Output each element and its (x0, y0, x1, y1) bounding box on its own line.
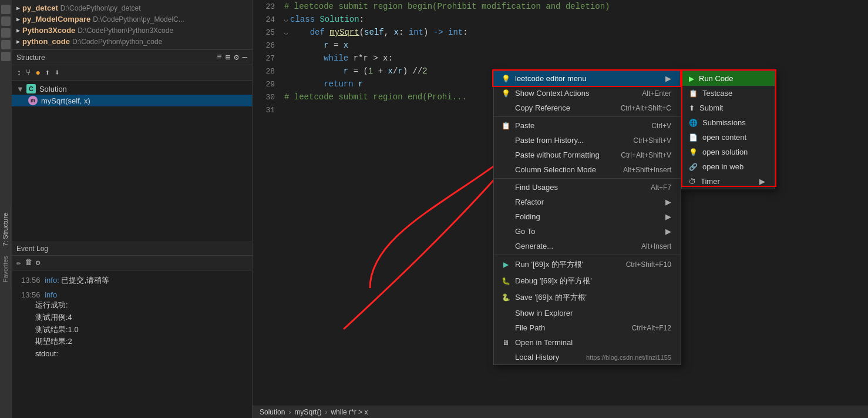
breadcrumb-mysqrt[interactable]: mySqrt() (294, 408, 321, 416)
menu-item-paste-history[interactable]: Paste from History... Ctrl+Shift+V (494, 133, 681, 148)
menu-item-find-usages[interactable]: Find Usages Alt+F7 (494, 180, 681, 195)
vtab-structure[interactable]: 7: Structure (1, 208, 10, 251)
file-item-py-modelcompare[interactable]: ▶ py_ModelCompare D:\CodePython\py_Model… (12, 14, 252, 25)
menu-icon-open-terminal: 🖥 (501, 339, 510, 347)
sidebar: ▶ py_detcet D:\CodePython\py_detcet ▶ py… (12, 0, 253, 418)
submenu-item-run-code[interactable]: ▶ Run Code (682, 71, 775, 86)
event-log-delete-icon[interactable]: 🗑 (25, 258, 32, 267)
submenu-item-timer[interactable]: ⏱ Timer ▶ (682, 174, 775, 189)
menu-item-folding[interactable]: Folding ▶ (494, 209, 681, 224)
line-content-30: # leetcode submit region end(Prohi... (284, 92, 467, 102)
menu-label-generate: Generate... (515, 242, 630, 250)
menu-icon-leetcode: 💡 (501, 75, 510, 83)
submenu-label-open-solution: open solution (702, 148, 748, 156)
submenu-item-submit[interactable]: ⬆ Submit (682, 101, 775, 115)
menu-item-open-terminal[interactable]: 🖥 Open in Terminal (494, 335, 681, 350)
file-item-python3xcode[interactable]: ▶ Python3Xcode D:\CodePython\Python3Xcod… (12, 25, 252, 36)
menu-arrow-leetcode: ▶ (665, 74, 671, 83)
menu-item-run[interactable]: ▶ Run '[69]x 的平方根' Ctrl+Shift+F10 (494, 256, 681, 273)
class-icon: C (26, 84, 36, 93)
tree-item-solution[interactable]: ▼ C Solution (12, 83, 252, 95)
menu-shortcut-file-path: Ctrl+Alt+F12 (632, 324, 671, 332)
file-item-py-detcet[interactable]: ▶ py_detcet D:\CodePython\py_detcet (12, 2, 252, 14)
menu-item-column-sel[interactable]: Column Selection Mode Alt+Shift+Insert (494, 162, 681, 177)
menu-item-debug[interactable]: 🐛 Debug '[69]x 的平方根' (494, 273, 681, 289)
menu-shortcut-paste-no-format: Ctrl+Alt+Shift+V (621, 151, 671, 159)
menu-arrow-goto: ▶ (665, 227, 671, 236)
menu-item-copy-ref[interactable]: Copy Reference Ctrl+Alt+Shift+C (494, 101, 681, 115)
method-icon: m (28, 96, 38, 105)
toolbar-circle-icon[interactable]: ● (35, 68, 40, 78)
log-message-1: 已提交,请稍等 (61, 276, 109, 285)
menu-item-refactor[interactable]: Refactor ▶ (494, 195, 681, 209)
menu-item-goto[interactable]: Go To ▶ (494, 224, 681, 239)
event-log-edit-icon[interactable]: ✏ (16, 258, 21, 267)
menu-shortcut-column-sel: Alt+Shift+Insert (623, 166, 671, 174)
context-menu-overlay: 💡 leetcode editor menu ▶ 💡 Show Context … (493, 71, 681, 365)
close-icon[interactable]: — (243, 52, 247, 62)
breadcrumb-solution[interactable]: Solution (260, 408, 285, 416)
submenu-icon-run-code: ▶ (689, 75, 694, 83)
filter-icon[interactable]: ⊞ (226, 52, 230, 62)
event-log-settings-icon[interactable]: ⚙ (36, 258, 41, 267)
menu-item-show-explorer[interactable]: Show in Explorer (494, 306, 681, 320)
menu-item-local-history[interactable]: Local History https://blog.csdn.net/linz… (494, 350, 681, 365)
log-time-2: 13:56 (21, 290, 41, 299)
tree-expand-icon: ▼ (16, 85, 24, 93)
submenu-item-open-solution[interactable]: 💡 open solution (682, 145, 775, 159)
sort-icon[interactable]: ≡ (217, 52, 221, 62)
menu-label-file-path: File Path (515, 323, 620, 332)
menu-label-copy-ref: Copy Reference (515, 103, 609, 112)
toolbar-branch-icon[interactable]: ⑂ (26, 68, 31, 78)
folder-path-2: D:\CodePython\py_ModelC... (93, 15, 184, 24)
structure-title: Structure (16, 53, 45, 62)
event-log-header: Event Log (12, 242, 252, 256)
code-line-26: 26 r = x (253, 39, 868, 52)
vtab-favorites[interactable]: Favorites (1, 251, 10, 287)
breadcrumb-bar: Solution › mySqrt() › while r*r > x (253, 406, 868, 418)
menu-item-save[interactable]: 🐍 Save '[69]x 的平方根' (494, 289, 681, 306)
edge-icon-3[interactable] (1, 28, 11, 38)
submenu-icon-submissions: 🌐 (689, 119, 698, 127)
edge-icon-5[interactable] (1, 52, 11, 61)
menu-label-paste: Paste (515, 121, 640, 130)
main-container: ▶ py_detcet D:\CodePython\py_detcet ▶ py… (0, 0, 868, 418)
menu-icon-context: 💡 (501, 89, 510, 98)
menu-item-leetcode-editor[interactable]: 💡 leetcode editor menu ▶ (494, 71, 681, 86)
menu-item-show-context[interactable]: 💡 Show Context Actions Alt+Enter (494, 86, 681, 101)
submenu-item-testcase[interactable]: 📋 Testcase (682, 86, 775, 101)
menu-divider-3 (494, 255, 681, 255)
log-sub-line-3: 测试结果:1.0 (35, 324, 243, 336)
tree-item-mysqrt[interactable]: m mySqrt(self, x) (12, 95, 252, 106)
line-num-25: 25 (257, 28, 275, 37)
menu-item-file-path[interactable]: File Path Ctrl+Alt+F12 (494, 320, 681, 335)
edge-icon-1[interactable] (1, 5, 11, 14)
line-content-23: # leetcode submit region begin(Prohibit … (284, 2, 610, 11)
menu-label-goto: Go To (515, 227, 661, 236)
submenu-item-submissions[interactable]: 🌐 Submissions (682, 115, 775, 130)
edge-icon-4[interactable] (1, 40, 11, 49)
line-content-26: r = x (284, 41, 348, 50)
submenu-item-open-web[interactable]: 🔗 open in web (682, 159, 775, 174)
menu-item-generate[interactable]: Generate... Alt+Insert (494, 239, 681, 253)
event-log-title: Event Log (16, 245, 48, 253)
menu-label-local-history: Local History (515, 353, 574, 362)
menu-item-paste[interactable]: 📋 Paste Ctrl+V (494, 118, 681, 133)
code-line-25: 25 ◡ def mySqrt(self, x: int) -> int: (253, 26, 868, 39)
edge-icon-2[interactable] (1, 16, 11, 26)
settings-icon[interactable]: ⚙ (234, 52, 238, 62)
menu-item-paste-no-format[interactable]: Paste without Formatting Ctrl+Alt+Shift+… (494, 148, 681, 162)
toolbar-up-icon[interactable]: ⬆ (45, 68, 50, 78)
menu-shortcut-copy-ref: Ctrl+Alt+Shift+C (621, 104, 671, 112)
breadcrumb-while[interactable]: while r*r > x (331, 408, 368, 416)
log-time-1: 13:56 (21, 276, 41, 285)
toolbar-sort-icon[interactable]: ↕ (16, 68, 21, 78)
line-content-29: return r (284, 79, 363, 89)
menu-label-save: Save '[69]x 的平方根' (515, 292, 671, 303)
submenu-item-open-content[interactable]: 📄 open content (682, 130, 775, 145)
log-sub-line-5: stdout: (35, 348, 243, 360)
toolbar-down-icon[interactable]: ⬇ (55, 68, 59, 78)
arrow-icon-2: ▶ (16, 16, 20, 23)
file-item-python-code[interactable]: ▶ python_code D:\CodePython\python_code (12, 36, 252, 47)
code-line-24: 24 ◡ class Solution: (253, 13, 868, 26)
